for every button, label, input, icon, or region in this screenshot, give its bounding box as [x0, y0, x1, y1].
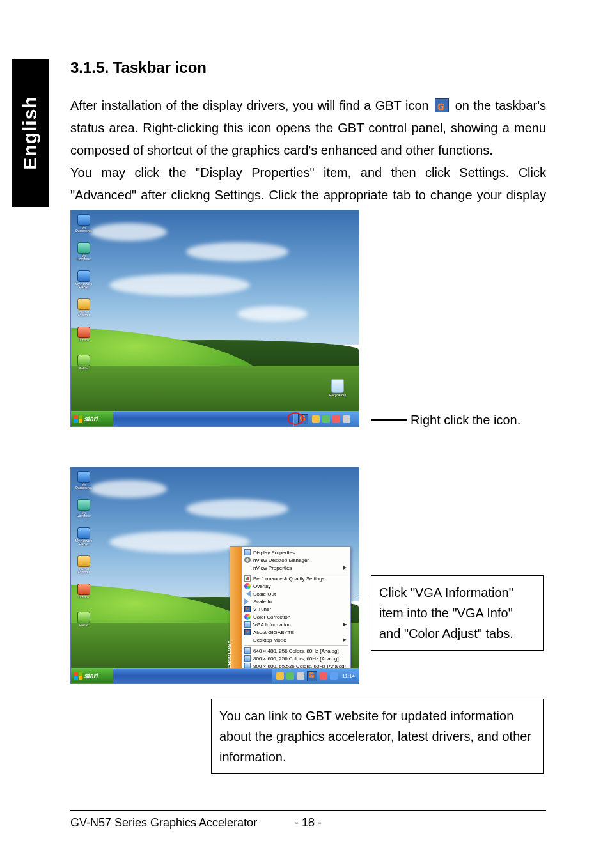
- menu-item[interactable]: Color Correction: [242, 613, 350, 621]
- tray-icon[interactable]: [322, 415, 330, 423]
- menu-item[interactable]: 640 × 480, 256 Colors, 60Hz [Analog]: [242, 647, 350, 655]
- gbt-context-menu: GIGABYTE TECHNOLOGY Display PropertiesnV…: [230, 546, 351, 684]
- desktop-icon[interactable]: Outlook: [75, 327, 93, 348]
- menu-brand-strip: GIGABYTE TECHNOLOGY: [230, 547, 242, 684]
- bars-icon: [244, 575, 251, 582]
- callout-website: You can link to GBT website for updated …: [211, 699, 544, 774]
- desktop-icon[interactable]: My Computer: [75, 242, 93, 264]
- taskbar: start: [71, 411, 359, 426]
- menu-item-label: About GIGABYTE: [253, 630, 294, 635]
- menu-item-label: Desktop Mode: [253, 637, 286, 643]
- menu-item[interactable]: 800 × 600, 256 Colors, 60Hz [Analog]: [242, 655, 350, 662]
- menu-item[interactable]: nView Desktop Manager: [242, 556, 350, 564]
- page-footer: GV-N57 Series Graphics Accelerator - 18 …: [70, 810, 546, 830]
- menu-item-label: 640 × 480, 256 Colors, 60Hz [Analog]: [253, 648, 339, 654]
- tray-icon[interactable]: [286, 672, 294, 680]
- page: English 3.1.5. Taskbar icon After instal…: [0, 0, 610, 868]
- g-icon: [244, 629, 251, 635]
- menu-item-label: VGA Information: [253, 622, 291, 628]
- recycle-bin-icon[interactable]: Recycle Bin: [328, 379, 347, 402]
- menu-separator: [244, 645, 348, 646]
- desktop-icon[interactable]: My Documents: [75, 471, 93, 493]
- system-tray: 11:14: [272, 669, 359, 683]
- menu-item-label: Display Properties: [253, 550, 295, 555]
- menu-item[interactable]: Desktop Mode▶: [242, 636, 350, 644]
- figure-1: My Documents My Computer My Network Plac…: [70, 210, 546, 427]
- blank-icon: [244, 564, 251, 571]
- language-tab: English: [12, 59, 49, 207]
- menu-item-label: nView Desktop Manager: [253, 557, 309, 563]
- start-button[interactable]: start: [71, 669, 113, 683]
- menu-item[interactable]: Display Properties: [242, 548, 350, 556]
- windows-flag-icon: [74, 672, 82, 680]
- content-area: 3.1.5. Taskbar icon After installation o…: [70, 59, 546, 229]
- footer-product: GV-N57 Series Graphics Accelerator: [70, 816, 283, 830]
- menu-item-label: nView Properties: [253, 565, 292, 571]
- menu-item-label: Scale In: [253, 599, 272, 605]
- taskbar: start 11:14: [71, 668, 359, 683]
- menu-item-label: Color Correction: [253, 614, 290, 620]
- gbt-tray-icon[interactable]: [298, 414, 308, 424]
- tray-icon[interactable]: [330, 672, 338, 680]
- gbt-tray-icon: [435, 98, 449, 112]
- menu-item[interactable]: nView Properties▶: [242, 564, 350, 571]
- mon-icon: [244, 621, 251, 628]
- desktop-icons: My Documents My Computer My Network Plac…: [75, 214, 93, 376]
- desktop-icon[interactable]: My Network Places: [75, 527, 93, 549]
- tray-icon[interactable]: [276, 672, 284, 680]
- menu-item[interactable]: Scale In: [242, 598, 350, 605]
- menu-item-label: 800 × 600, 256 Colors, 60Hz [Analog]: [253, 656, 339, 662]
- blank-icon: [244, 637, 251, 643]
- menu-item[interactable]: Overlay: [242, 582, 350, 590]
- disp-icon: [244, 549, 251, 555]
- gear-icon: [244, 557, 251, 563]
- submenu-arrow-icon: ▶: [343, 622, 347, 627]
- desktop-screenshot-2: My Documents My Computer My Network Plac…: [70, 467, 359, 684]
- menu-item[interactable]: Performance & Quality Settings: [242, 575, 350, 582]
- footer-page-number: - 18 -: [283, 816, 334, 830]
- desktop-icon[interactable]: Folder: [75, 612, 93, 633]
- submenu-arrow-icon: ▶: [343, 637, 347, 642]
- tray-icon[interactable]: [332, 415, 340, 423]
- menu-item-label: Performance & Quality Settings: [253, 576, 325, 582]
- menu-item[interactable]: V-Tuner: [242, 605, 350, 613]
- menu-item[interactable]: VGA Information▶: [242, 621, 350, 628]
- language-tab-label: English: [19, 96, 41, 169]
- system-tray: [293, 412, 359, 426]
- menu-separator: [244, 573, 348, 573]
- arrR-icon: [244, 598, 251, 605]
- submenu-arrow-icon: ▶: [343, 565, 347, 570]
- menu-item-label: Scale Out: [253, 591, 276, 597]
- menu-items-list: Display PropertiesnView Desktop Managern…: [242, 547, 350, 684]
- pal-icon: [244, 614, 251, 620]
- desktop-icon[interactable]: My Computer: [75, 499, 93, 521]
- leader-line: [356, 598, 371, 598]
- desktop-icon[interactable]: My Documents: [75, 214, 93, 236]
- desktop-icon[interactable]: Internet Explorer: [75, 555, 93, 577]
- menu-item-label: Overlay: [253, 584, 271, 589]
- tray-icon[interactable]: [297, 672, 304, 680]
- callout-vga-info: Click "VGA Information" item into the "V…: [371, 575, 544, 651]
- intro-paragraph-1: After installation of the display driver…: [70, 95, 546, 162]
- start-button[interactable]: start: [71, 412, 113, 426]
- gbt-tray-icon[interactable]: [307, 671, 317, 681]
- desktop-icon[interactable]: Folder: [75, 355, 93, 376]
- desktop-icon[interactable]: Internet Explorer: [75, 298, 93, 320]
- desktop-icon[interactable]: My Network Places: [75, 270, 93, 292]
- windows-flag-icon: [74, 415, 82, 423]
- g-icon: [244, 606, 251, 612]
- figure-1-caption: Right click the icon.: [371, 413, 544, 428]
- tray-icon[interactable]: [312, 415, 320, 423]
- mon-icon: [244, 655, 251, 662]
- tray-clock: 11:14: [342, 673, 355, 679]
- tray-icon[interactable]: [320, 672, 327, 680]
- leader-line: [371, 419, 407, 421]
- arrL-icon: [244, 591, 251, 597]
- desktop-icons: My Documents My Computer My Network Plac…: [75, 471, 93, 633]
- desktop-icon[interactable]: Outlook: [75, 584, 93, 605]
- menu-item[interactable]: About GIGABYTE: [242, 628, 350, 636]
- menu-item-label: V-Tuner: [253, 607, 271, 612]
- menu-item[interactable]: Scale Out: [242, 590, 350, 598]
- pal-icon: [244, 583, 251, 589]
- tray-icon[interactable]: [343, 415, 350, 423]
